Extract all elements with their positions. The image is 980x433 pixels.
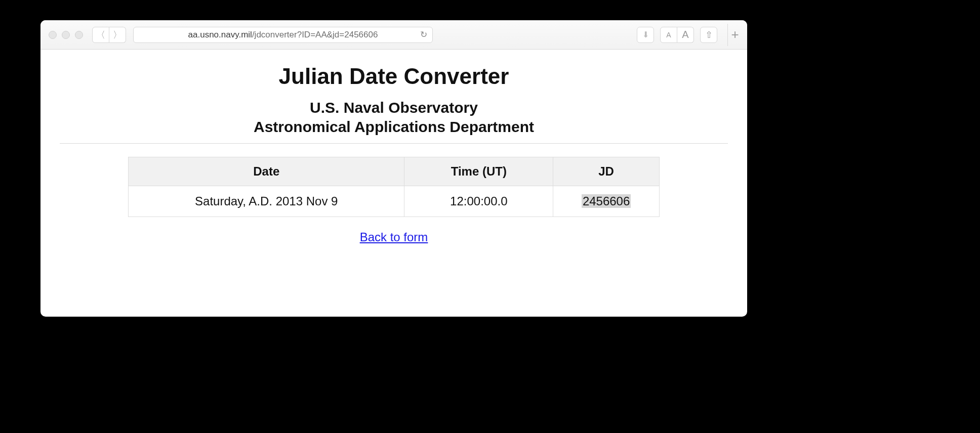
window-controls bbox=[49, 31, 83, 39]
share-icon: ⇧ bbox=[705, 29, 713, 40]
table-row: Saturday, A.D. 2013 Nov 9 12:00:00.0 245… bbox=[129, 186, 660, 217]
toolbar-right: ⬇ A A ⇧ + bbox=[637, 24, 742, 46]
divider bbox=[60, 143, 728, 144]
result-table: Date Time (UT) JD Saturday, A.D. 2013 No… bbox=[128, 157, 660, 217]
nav-button-group: 〈 〉 bbox=[92, 27, 126, 43]
org-line-1: U.S. Naval Observatory bbox=[310, 99, 478, 116]
page-title: Julian Date Converter bbox=[60, 64, 728, 89]
window-minimize-button[interactable] bbox=[62, 31, 70, 39]
th-time: Time (UT) bbox=[404, 157, 553, 186]
download-icon: ⬇ bbox=[642, 30, 649, 39]
browser-window: 〈 〉 aa.usno.navy.mil/jdconverter?ID=AA&j… bbox=[40, 20, 747, 317]
jd-value: 2456606 bbox=[582, 194, 631, 208]
font-decrease-button[interactable]: A bbox=[660, 27, 677, 43]
downloads-button[interactable]: ⬇ bbox=[637, 27, 654, 43]
address-path: /jdconverter?ID=AA&jd=2456606 bbox=[252, 30, 378, 39]
address-url: aa.usno.navy.mil/jdconverter?ID=AA&jd=24… bbox=[188, 30, 378, 40]
chevron-left-icon: 〈 bbox=[96, 29, 105, 41]
new-tab-button[interactable]: + bbox=[727, 24, 742, 46]
org-line-2: Astronomical Applications Department bbox=[254, 118, 534, 135]
back-button[interactable]: 〈 bbox=[92, 27, 109, 43]
page-content: Julian Date Converter U.S. Naval Observa… bbox=[40, 50, 747, 256]
th-date: Date bbox=[129, 157, 404, 186]
share-button[interactable]: ⇧ bbox=[700, 27, 717, 43]
font-large-icon: A bbox=[682, 29, 688, 40]
window-zoom-button[interactable] bbox=[75, 31, 83, 39]
th-jd: JD bbox=[553, 157, 660, 186]
reload-icon[interactable]: ↻ bbox=[420, 29, 427, 40]
font-size-group: A A bbox=[660, 27, 694, 43]
address-bar[interactable]: aa.usno.navy.mil/jdconverter?ID=AA&jd=24… bbox=[133, 27, 433, 43]
page-subtitle: U.S. Naval Observatory Astronomical Appl… bbox=[60, 98, 728, 136]
address-host: aa.usno.navy.mil bbox=[188, 30, 252, 39]
cell-time: 12:00:00.0 bbox=[404, 186, 553, 217]
back-to-form-link[interactable]: Back to form bbox=[360, 230, 428, 244]
plus-icon: + bbox=[731, 27, 739, 42]
font-increase-button[interactable]: A bbox=[677, 27, 694, 43]
cell-jd: 2456606 bbox=[553, 186, 660, 217]
window-close-button[interactable] bbox=[49, 31, 57, 39]
browser-toolbar: 〈 〉 aa.usno.navy.mil/jdconverter?ID=AA&j… bbox=[40, 20, 747, 50]
cell-date: Saturday, A.D. 2013 Nov 9 bbox=[129, 186, 404, 217]
font-small-icon: A bbox=[666, 31, 671, 39]
forward-button[interactable]: 〉 bbox=[109, 27, 126, 43]
table-header-row: Date Time (UT) JD bbox=[129, 157, 660, 186]
chevron-right-icon: 〉 bbox=[113, 29, 122, 41]
